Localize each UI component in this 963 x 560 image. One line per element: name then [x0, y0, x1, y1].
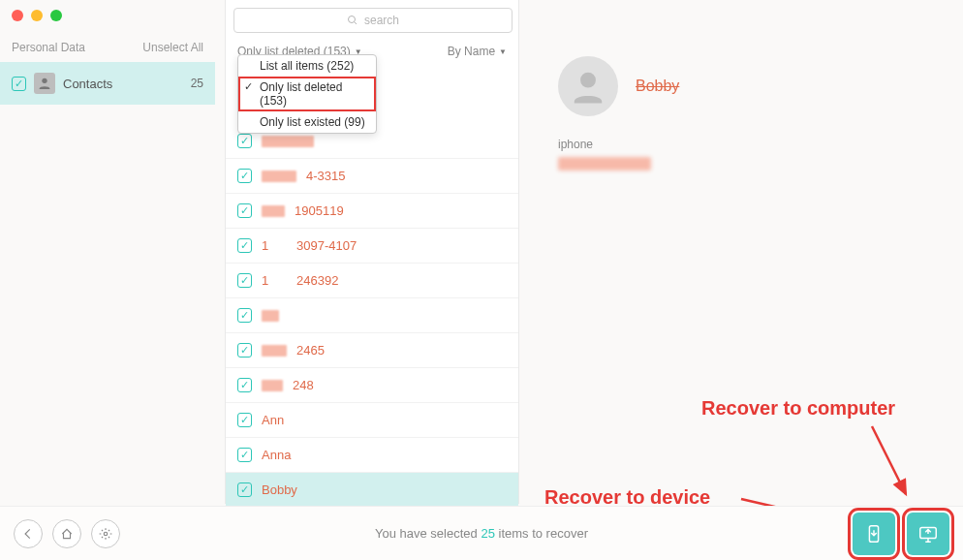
contact-name: Bobby	[636, 78, 679, 95]
contact-label: 248	[293, 378, 314, 392]
redacted-text	[262, 345, 287, 357]
list-item[interactable]: ✓	[226, 298, 518, 333]
contact-label: 2465	[296, 343, 325, 358]
list-item[interactable]: ✓2465	[226, 333, 518, 368]
redacted-text	[262, 205, 285, 217]
arrow-icon	[862, 417, 920, 504]
recover-to-device-button[interactable]	[853, 513, 895, 555]
sidebar-item-label: Contacts	[63, 77, 191, 91]
search-icon	[347, 15, 358, 26]
settings-button[interactable]	[91, 519, 120, 548]
svg-line-2	[354, 22, 357, 25]
svg-point-1	[348, 16, 355, 23]
redacted-text	[262, 380, 283, 391]
contact-label: 4-3315	[306, 169, 345, 183]
footer-bar: You have selected 25 items to recover	[0, 506, 963, 560]
home-button[interactable]	[52, 519, 81, 548]
contact-list: ✓✓4-3315✓1905119✓1 3097-4107✓1 246392✓✓2…	[226, 124, 518, 543]
sidebar-item-contacts[interactable]: ✓ Contacts 25	[0, 62, 215, 105]
svg-point-3	[580, 73, 596, 88]
contact-label: Bobby	[262, 482, 297, 497]
list-item[interactable]: ✓248	[226, 368, 518, 403]
window-controls	[12, 10, 62, 21]
sidebar-section-label: Personal Data	[12, 41, 85, 54]
chevron-down-icon: ▼	[499, 47, 507, 56]
contact-detail-panel: Bobby iphone	[541, 39, 938, 188]
dropdown-item-deleted[interactable]: Only list deleted (153)	[238, 77, 376, 111]
checkbox-icon[interactable]: ✓	[237, 413, 252, 427]
list-item[interactable]: ✓4-3315	[226, 159, 518, 194]
contacts-icon	[34, 73, 55, 94]
list-item[interactable]: ✓Anna	[226, 438, 518, 473]
back-button[interactable]	[14, 519, 43, 548]
list-item[interactable]: ✓1 246392	[226, 264, 518, 298]
redacted-text	[262, 171, 296, 182]
checkbox-icon[interactable]: ✓	[12, 77, 26, 91]
checkbox-icon[interactable]: ✓	[237, 134, 252, 148]
list-item[interactable]: ✓Ann	[226, 403, 518, 438]
svg-point-0	[42, 78, 47, 83]
unselect-all-button[interactable]: Unselect All	[142, 41, 203, 54]
checkbox-icon[interactable]: ✓	[237, 203, 252, 218]
annotation-recover-computer: Recover to computer	[701, 397, 895, 420]
filter-dropdown-menu: List all items (252) Only list deleted (…	[237, 54, 377, 134]
dropdown-item-all[interactable]: List all items (252)	[238, 55, 376, 77]
sidebar: Personal Data Unselect All ✓ Contacts 25	[0, 31, 215, 105]
contact-label: 1 3097-4107	[262, 238, 357, 253]
checkbox-icon[interactable]: ✓	[237, 169, 252, 183]
search-input[interactable]: search	[233, 8, 513, 33]
close-dot[interactable]	[12, 10, 23, 21]
avatar	[558, 56, 618, 116]
checkbox-icon[interactable]: ✓	[237, 448, 252, 462]
contact-label: Ann	[262, 413, 284, 427]
contact-label: 1905119	[295, 203, 344, 218]
contact-label: 1 246392	[262, 273, 339, 288]
list-item[interactable]: ✓1905119	[226, 194, 518, 229]
checkbox-icon[interactable]: ✓	[237, 273, 252, 288]
checkbox-icon[interactable]: ✓	[237, 378, 252, 392]
sort-dropdown-trigger[interactable]: By Name ▼	[448, 45, 507, 58]
checkbox-icon[interactable]: ✓	[237, 238, 252, 253]
checkbox-icon[interactable]: ✓	[237, 343, 252, 358]
gear-icon	[99, 527, 112, 541]
minimize-dot[interactable]	[31, 10, 43, 21]
dropdown-item-existed[interactable]: Only list existed (99)	[238, 111, 376, 133]
maximize-dot[interactable]	[50, 10, 62, 21]
phone-type-label: iphone	[558, 138, 920, 151]
redacted-text	[262, 136, 314, 147]
phone-number-redacted	[558, 157, 651, 171]
redacted-text	[262, 310, 279, 322]
svg-point-6	[104, 532, 108, 536]
checkbox-icon[interactable]: ✓	[237, 482, 252, 497]
svg-line-4	[872, 426, 906, 494]
search-placeholder: search	[364, 14, 399, 27]
recover-to-computer-button[interactable]	[907, 513, 949, 555]
list-item[interactable]: ✓Bobby	[226, 473, 518, 508]
list-item[interactable]: ✓1 3097-4107	[226, 229, 518, 264]
sidebar-item-count: 25	[191, 77, 203, 90]
sort-label: By Name	[448, 45, 495, 58]
contact-list-panel: search Only list deleted (153) ▼ By Name…	[225, 0, 519, 504]
selection-status: You have selected 25 items to recover	[375, 526, 588, 541]
contact-label: Anna	[262, 448, 291, 462]
checkbox-icon[interactable]: ✓	[237, 308, 252, 323]
